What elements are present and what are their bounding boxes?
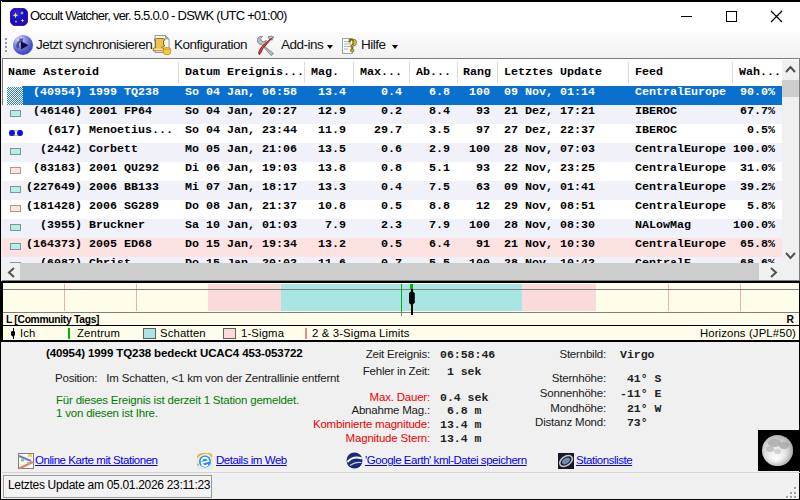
svg-text:?: ? — [348, 36, 358, 56]
